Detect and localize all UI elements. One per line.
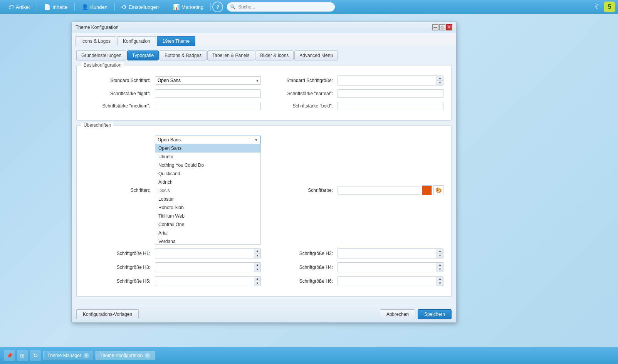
input-h1[interactable]: 26 bbox=[155, 250, 254, 257]
input-h2[interactable]: 21 bbox=[338, 250, 437, 257]
dropdown-list-inner[interactable]: Open Sans Ubuntu Nothing You Could Do Qu… bbox=[155, 144, 260, 244]
input-h5[interactable]: 14 bbox=[155, 277, 254, 285]
dialog-content: Grundeinstellungen Typografie Buttons & … bbox=[72, 46, 456, 306]
spinner-down-h3[interactable]: ▼ bbox=[254, 267, 260, 272]
tab-grundeinstellungen[interactable]: Grundeinstellungen bbox=[76, 50, 126, 60]
input-light[interactable]: 300 bbox=[155, 89, 261, 98]
help-button[interactable]: ? bbox=[212, 2, 223, 12]
taskbar-tab-theme-config[interactable]: Theme Konfiguration ✕ bbox=[96, 351, 154, 360]
input-medium[interactable]: 500 bbox=[155, 102, 261, 110]
spinner-h4: 16 ▲ ▼ bbox=[338, 262, 443, 272]
dropdown-list-fonts: Open Sans Ubuntu Nothing You Could Do Qu… bbox=[155, 144, 261, 245]
tab-advanced-menu[interactable]: Advanced Menu bbox=[294, 50, 338, 60]
tab-konfiguration[interactable]: Konfiguration bbox=[117, 36, 156, 46]
font-option-open-sans[interactable]: Open Sans bbox=[155, 144, 260, 153]
spinner-up-h4[interactable]: ▲ bbox=[437, 263, 443, 267]
input-bold[interactable]: 700 bbox=[338, 102, 443, 110]
font-option-arial[interactable]: Arial bbox=[155, 229, 260, 237]
taskbar-close-theme-config[interactable]: ✕ bbox=[145, 353, 150, 358]
spinner-btns-h3: ▲ ▼ bbox=[254, 263, 260, 272]
font-option-titillium[interactable]: Titillium Web bbox=[155, 212, 260, 220]
font-option-lobster[interactable]: Lobster bbox=[155, 195, 260, 203]
input-normal[interactable]: 400 bbox=[338, 89, 443, 98]
spinner-down-h6[interactable]: ▼ bbox=[437, 281, 443, 286]
dialog-restore-button[interactable]: □ bbox=[439, 24, 445, 30]
spinner-down-h5[interactable]: ▼ bbox=[254, 281, 260, 286]
einstellungen-icon: ⚙ bbox=[122, 4, 127, 10]
abbrechen-button[interactable]: Abbrechen bbox=[380, 309, 415, 319]
tab-tabellen-panels[interactable]: Tabellen & Panels bbox=[207, 50, 254, 60]
taskbar-tab-theme-manager[interactable]: Theme Manager ✕ bbox=[43, 351, 93, 360]
input-h6[interactable]: 12 bbox=[338, 277, 437, 285]
select-standard-schriftart[interactable]: Open Sans bbox=[155, 76, 261, 85]
spinner-down-h1[interactable]: ▼ bbox=[254, 253, 260, 258]
spinner-up-h5[interactable]: ▲ bbox=[254, 277, 260, 281]
spinner-h6: 12 ▲ ▼ bbox=[338, 276, 443, 286]
search-input[interactable] bbox=[227, 2, 335, 12]
nav-item-artikel[interactable]: 🏷 Artikel bbox=[3, 2, 35, 12]
label-ueber-schriftart: Schriftart: bbox=[83, 188, 150, 193]
nav-label-inhalte: Inhalte bbox=[52, 4, 67, 10]
nav-sep-4 bbox=[166, 3, 166, 11]
color-wrap: #E1540F 🎨 bbox=[338, 185, 443, 195]
dropdown-schriftart-open: Open Sans ▼ Open Sans Ubuntu Nothing You… bbox=[155, 136, 261, 245]
input-schriftfarbe[interactable]: #E1540F bbox=[338, 186, 420, 195]
tab-buttons-badges[interactable]: Buttons & Badges bbox=[160, 50, 207, 60]
dialog-close-button[interactable]: ✕ bbox=[446, 24, 452, 30]
label-schriftfarbe: Schriftfarbe: bbox=[265, 188, 333, 193]
label-bold: Schriftstärke "bold": bbox=[265, 103, 333, 109]
nav-item-inhalte[interactable]: 📄 Inhalte bbox=[39, 2, 73, 12]
spinner-up-h6[interactable]: ▲ bbox=[437, 277, 443, 281]
font-option-dosis[interactable]: Dosis bbox=[155, 186, 260, 195]
taskbar-refresh-button[interactable]: ↻ bbox=[30, 350, 41, 361]
tab-bilder-icons[interactable]: Bilder & Icons bbox=[255, 50, 294, 60]
taskbar-tab-theme-config-label: Theme Konfiguration bbox=[100, 353, 143, 358]
spinner-btns-h6: ▲ ▼ bbox=[437, 277, 443, 286]
font-option-quicksand[interactable]: Quicksand bbox=[155, 169, 260, 178]
font-option-aldrich[interactable]: Aldrich bbox=[155, 178, 260, 186]
font-option-contrail[interactable]: Contrail One bbox=[155, 220, 260, 229]
font-option-nothing[interactable]: Nothing You Could Do bbox=[155, 161, 260, 169]
tab-icons-logos[interactable]: Icons & Logos bbox=[76, 36, 116, 46]
color-picker-button[interactable]: 🎨 bbox=[433, 185, 443, 195]
form-row-h1-h2: Schriftgröße H1: 26 ▲ ▼ Schriftgröße H2: bbox=[83, 248, 445, 258]
input-h4[interactable]: 16 bbox=[338, 263, 437, 271]
spinner-down-h2[interactable]: ▼ bbox=[437, 253, 443, 258]
tab-19ten-theme[interactable]: 19ten Theme bbox=[157, 36, 196, 46]
input-h3[interactable]: 18 bbox=[155, 263, 254, 271]
dropdown-schriftart-input[interactable]: Open Sans ▼ bbox=[155, 136, 261, 144]
nav-label-artikel: Artikel bbox=[16, 4, 30, 10]
nav-item-einstellungen[interactable]: ⚙ Einstellungen bbox=[116, 2, 164, 12]
spinner-up-h3[interactable]: ▲ bbox=[254, 263, 260, 267]
nav-item-marketing[interactable]: 📊 Marketing bbox=[168, 2, 209, 12]
form-row-medium-bold: Schriftstärke "medium": 500 Schriftstärk… bbox=[83, 102, 445, 110]
font-option-verdana[interactable]: Verdana bbox=[155, 237, 260, 244]
form-row-h3-h4: Schriftgröße H3: 18 ▲ ▼ Schriftgröße H4: bbox=[83, 262, 445, 272]
spinner-down-h4[interactable]: ▼ bbox=[437, 267, 443, 272]
spinner-up-h1[interactable]: ▲ bbox=[254, 249, 260, 253]
control-h1: 26 ▲ ▼ bbox=[155, 248, 261, 258]
control-normal: 400 bbox=[338, 89, 443, 98]
label-h4: Schriftgröße H4: bbox=[265, 265, 333, 270]
nav-item-kunden[interactable]: 👤 Kunden bbox=[76, 2, 113, 12]
inhalte-icon: 📄 bbox=[44, 4, 50, 10]
font-option-roboto[interactable]: Roboto Slab bbox=[155, 203, 260, 212]
color-swatch[interactable] bbox=[422, 185, 432, 195]
nav-sep-5 bbox=[210, 3, 211, 11]
spinner-up-groesse[interactable]: ▲ bbox=[437, 76, 443, 81]
input-standard-schriftgroesse[interactable]: 14 bbox=[338, 77, 437, 84]
spinner-h1: 26 ▲ ▼ bbox=[155, 248, 261, 258]
spinner-down-groesse[interactable]: ▼ bbox=[437, 81, 443, 85]
font-option-ubuntu[interactable]: Ubuntu bbox=[155, 153, 260, 161]
taskbar-tile-button[interactable]: ⊞ bbox=[17, 350, 28, 361]
label-normal: Schriftstärke "normal": bbox=[265, 91, 333, 96]
konfigurations-vorlagen-button[interactable]: Konfigurations-Vorlagen bbox=[76, 309, 139, 319]
nav-sep-1 bbox=[37, 3, 37, 11]
spinner-up-h2[interactable]: ▲ bbox=[437, 249, 443, 253]
dialog-minimize-button[interactable]: — bbox=[432, 24, 438, 30]
speichern-button[interactable]: Speichern bbox=[418, 309, 452, 319]
search-icon: 🔍 bbox=[230, 4, 236, 10]
taskbar-close-theme-manager[interactable]: ✕ bbox=[84, 353, 89, 358]
tab-typografie[interactable]: Typografie bbox=[127, 50, 159, 60]
taskbar-pin-button[interactable]: 📌 bbox=[4, 350, 15, 361]
